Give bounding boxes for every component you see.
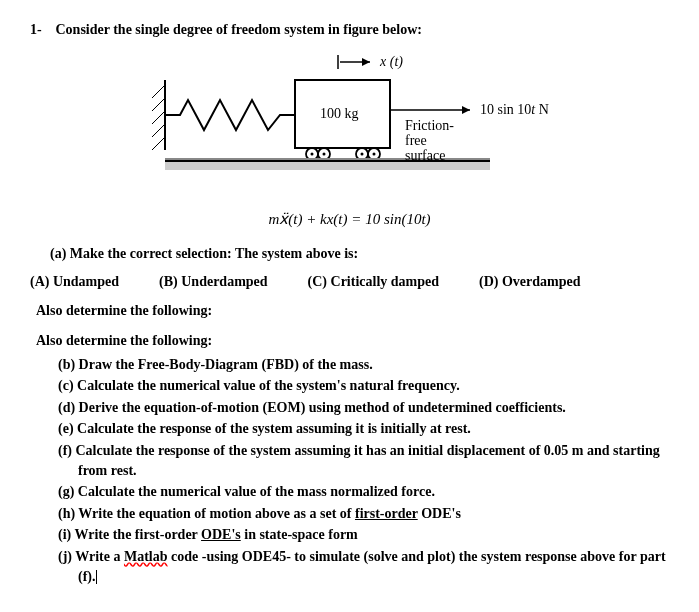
mass-label: 100 kg bbox=[320, 106, 359, 121]
part-g: (g) Calculate the numerical value of the… bbox=[58, 482, 669, 502]
option-c: (C) Critically damped bbox=[308, 272, 439, 292]
option-a: (A) Undamped bbox=[30, 272, 119, 292]
part-i-post: in state-space form bbox=[241, 527, 358, 542]
svg-marker-22 bbox=[462, 106, 470, 114]
x-label: x (t) bbox=[379, 54, 403, 70]
text-cursor-icon bbox=[96, 570, 97, 584]
option-d: (D) Overdamped bbox=[479, 272, 581, 292]
question-header: 1- Consider the single degree of freedom… bbox=[30, 20, 669, 40]
part-b: (b) Draw the Free-Body-Diagram (FBD) of … bbox=[58, 355, 669, 375]
part-i: (i) Write the first-order ODE's in state… bbox=[58, 525, 669, 545]
part-h-post: ODE's bbox=[418, 506, 461, 521]
multiple-choice-row: (A) Undamped (B) Underdamped (C) Critica… bbox=[30, 272, 669, 292]
part-a: (a) Make the correct selection: The syst… bbox=[50, 244, 669, 264]
svg-line-6 bbox=[152, 111, 165, 124]
part-h-pre: (h) Write the equation of motion above a… bbox=[58, 506, 355, 521]
surface-line2: free bbox=[405, 133, 427, 148]
also-determine-2: Also determine the following: bbox=[36, 331, 669, 351]
part-c: (c) Calculate the numerical value of the… bbox=[58, 376, 669, 396]
part-h: (h) Write the equation of motion above a… bbox=[58, 504, 669, 524]
part-i-underline: ODE's bbox=[201, 527, 241, 542]
part-i-pre: (i) Write the first-order bbox=[58, 527, 201, 542]
svg-point-15 bbox=[360, 152, 363, 155]
svg-marker-1 bbox=[362, 58, 370, 66]
svg-rect-20 bbox=[165, 162, 490, 170]
svg-line-8 bbox=[152, 137, 165, 150]
svg-line-5 bbox=[152, 98, 165, 111]
svg-line-7 bbox=[152, 124, 165, 137]
svg-point-13 bbox=[322, 152, 325, 155]
equation-of-motion: mẍ(t) + kx(t) = 10 sin(10t) bbox=[30, 209, 669, 230]
force-label: 10 sin 10t N bbox=[480, 102, 549, 117]
part-h-underline: first-order bbox=[355, 506, 418, 521]
part-e: (e) Calculate the response of the system… bbox=[58, 419, 669, 439]
option-b: (B) Underdamped bbox=[159, 272, 268, 292]
system-figure: x (t) 2,000 N/m 100 kg 10 sin 10t N F bbox=[110, 50, 590, 196]
question-number: 1- bbox=[30, 20, 52, 40]
svg-line-4 bbox=[152, 85, 165, 98]
svg-point-11 bbox=[310, 152, 313, 155]
question-prompt: Consider the single degree of freedom sy… bbox=[56, 22, 422, 37]
part-d: (d) Derive the equation-of-motion (EOM) … bbox=[58, 398, 669, 418]
svg-point-17 bbox=[372, 152, 375, 155]
part-j: (j) Write a Matlab code -using ODE45- to… bbox=[58, 547, 669, 586]
part-j-pre: (j) Write a bbox=[58, 549, 124, 564]
surface-line3: surface bbox=[405, 148, 445, 163]
system-diagram-svg: x (t) 2,000 N/m 100 kg 10 sin 10t N F bbox=[110, 50, 590, 190]
also-determine-1: Also determine the following: bbox=[36, 301, 669, 321]
surface-line1: Friction- bbox=[405, 118, 454, 133]
part-j-matlab: Matlab bbox=[124, 549, 168, 564]
part-f: (f) Calculate the response of the system… bbox=[58, 441, 669, 480]
sub-parts-list: (b) Draw the Free-Body-Diagram (FBD) of … bbox=[58, 355, 669, 587]
